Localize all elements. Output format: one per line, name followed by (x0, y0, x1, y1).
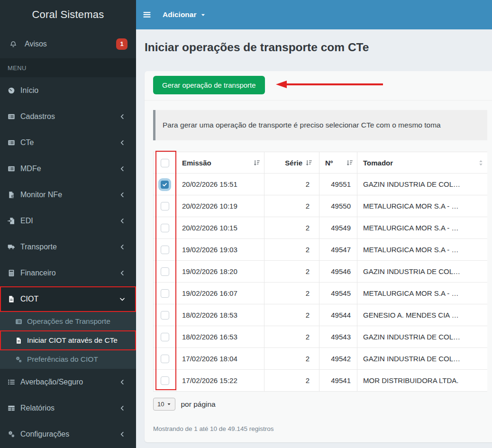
row-checkbox[interactable] (161, 355, 169, 363)
cell-numero: 49542 (319, 348, 357, 370)
table-row: 19/02/2026 18:20249546GAZIN INDUSTRIA DE… (154, 261, 488, 283)
cogs-icon (8, 430, 20, 438)
cell-emissao: 18/02/2026 18:53 (176, 304, 264, 326)
submenu-ciot: Operações de TransporteIniciar CIOT atra… (0, 312, 136, 369)
per-page-label: por página (181, 400, 215, 409)
row-checkbox[interactable] (161, 246, 169, 254)
submenu-item-iniciar-ciot-atraves-de-cte[interactable]: Iniciar CIOT através de CTe (0, 331, 136, 350)
main-content: Iniciar operações de transporte com CTe … (136, 29, 492, 448)
sidebar-item-label: Relatórios (20, 404, 55, 412)
chevron-down-icon (119, 296, 126, 302)
cell-numero: 49544 (319, 304, 357, 326)
topbar: Adicionar (136, 0, 492, 29)
brand-title: Coral Sistemas (0, 0, 136, 29)
row-select-cell (154, 326, 176, 348)
generate-operation-button[interactable]: Gerar operação de transporte (153, 76, 265, 94)
sidebar-item-averbacao-seguro[interactable]: Averbação/Seguro (0, 369, 136, 395)
sidebar-item-mdfe[interactable]: MDFe (0, 155, 136, 182)
info-callout: Para gerar uma operação de transporte é … (153, 110, 487, 140)
cell-numero: 49545 (319, 283, 357, 304)
content-panel: Gerar operação de transporte Para gerar … (145, 71, 492, 442)
sidebar-item-inicio[interactable]: Início (0, 77, 136, 103)
page-size-dropdown[interactable]: 10 (153, 398, 175, 411)
sidebar-item-cte[interactable]: CTe (0, 129, 136, 155)
cell-tomador: GAZIN INDUSTRIA DE COL… (357, 326, 488, 348)
sidebar-item-label: Financeiro (20, 269, 56, 277)
row-select-cell (154, 239, 176, 261)
page-title: Iniciar operações de transporte com CTe (136, 29, 492, 54)
sidebar-item-monitor-nfe[interactable]: Monitor NFe (0, 182, 136, 208)
row-checkbox[interactable] (161, 376, 169, 385)
cell-serie: 2 (264, 239, 319, 261)
cell-tomador: MOR DISTRIBUIDORA LTDA. (357, 370, 488, 392)
row-checkbox[interactable] (161, 181, 169, 189)
sort-amount-desc-icon (305, 159, 312, 166)
select-all-checkbox[interactable] (161, 159, 169, 167)
add-dropdown-toggle[interactable]: Adicionar (163, 10, 206, 19)
row-checkbox[interactable] (161, 289, 169, 298)
column-header-emissao[interactable]: Emissão (176, 152, 264, 174)
cogs-icon (15, 356, 27, 363)
sidebar-item-edi[interactable]: EDI (0, 208, 136, 234)
chevron-left-icon (119, 431, 126, 438)
table-row: 18/02/2026 18:53249544GENESIO A. MENDES … (154, 304, 488, 326)
row-checkbox[interactable] (161, 202, 169, 210)
column-label: Emissão (182, 159, 211, 167)
cell-emissao: 18/02/2026 16:53 (176, 326, 264, 348)
submenu-item-preferencias-do-ciot[interactable]: Preferências do CIOT (0, 350, 136, 369)
cell-serie: 2 (264, 304, 319, 326)
sidebar-item-label: Início (20, 86, 38, 95)
sidebar-toggle-button[interactable] (136, 0, 158, 29)
add-dropdown-label: Adicionar (163, 10, 196, 19)
cell-serie: 2 (264, 174, 319, 195)
chevron-left-icon (119, 405, 126, 411)
cell-emissao: 17/02/2026 18:04 (176, 348, 264, 370)
sidebar-item-avisos[interactable]: Avisos 1 (0, 29, 136, 58)
column-header-serie[interactable]: Série (264, 152, 319, 174)
file-icon (15, 337, 27, 344)
sidebar-item-label: EDI (20, 217, 33, 225)
table-header-row: EmissãoSérieNºTomador (154, 152, 488, 174)
row-checkbox[interactable] (161, 333, 169, 341)
cell-tomador: METALURGICA MOR S.A - … (357, 239, 488, 261)
select-all-header[interactable] (154, 152, 176, 174)
cell-tomador: GAZIN INDUSTRIA DE COL… (357, 261, 488, 283)
list-ul-icon (8, 378, 20, 386)
sidebar-item-transporte[interactable]: Transporte (0, 234, 136, 260)
sort-amount-desc-icon (253, 159, 260, 166)
row-select-cell (154, 348, 176, 370)
cell-tomador: METALURGICA MOR S.A - … (357, 217, 488, 239)
table-row: 19/02/2026 16:07249545METALURGICA MOR S.… (154, 283, 488, 304)
cte-table-wrapper: EmissãoSérieNºTomador 20/02/2026 15:5124… (153, 152, 487, 392)
table-row: 17/02/2026 18:04249542GAZIN INDUSTRIA DE… (154, 348, 488, 370)
gauge-icon (8, 87, 20, 94)
table-icon (8, 404, 20, 412)
cell-serie: 2 (264, 348, 319, 370)
sidebar-item-label: Configurações (20, 430, 69, 439)
row-checkbox[interactable] (161, 224, 169, 232)
cell-serie: 2 (264, 217, 319, 239)
cte-table: EmissãoSérieNºTomador 20/02/2026 15:5124… (153, 152, 487, 392)
cell-serie: 2 (264, 370, 319, 392)
column-header-tomador[interactable]: Tomador (357, 152, 488, 174)
sidebar-item-ciot[interactable]: CIOT (0, 286, 136, 312)
cell-tomador: GAZIN INDUSTRIA DE COL… (357, 348, 488, 370)
table-row: 20/02/2026 15:51249551GAZIN INDUSTRIA DE… (154, 174, 488, 195)
sidebar-item-configuracoes[interactable]: Configurações (0, 421, 136, 447)
sidebar-section-header: MENU (0, 58, 136, 77)
chevron-left-icon (119, 192, 126, 198)
row-checkbox[interactable] (161, 267, 169, 276)
sidebar-item-cadastros[interactable]: Cadastros (0, 103, 136, 129)
row-checkbox[interactable] (161, 311, 169, 320)
column-header-numero[interactable]: Nº (319, 152, 357, 174)
chevron-left-icon (119, 270, 126, 276)
row-select-cell (154, 304, 176, 326)
sidebar-item-label: MDFe (20, 165, 41, 173)
submenu-item-operacoes-de-transporte[interactable]: Operações de Transporte (0, 312, 136, 331)
caret-down-icon (200, 12, 206, 18)
cell-numero: 49543 (319, 326, 357, 348)
sidebar-item-financeiro[interactable]: Financeiro (0, 260, 136, 286)
sidebar-item-relatorios[interactable]: Relatórios (0, 395, 136, 421)
cell-tomador: GENESIO A. MENDES CIA … (357, 304, 488, 326)
table-body: 20/02/2026 15:51249551GAZIN INDUSTRIA DE… (154, 174, 488, 392)
